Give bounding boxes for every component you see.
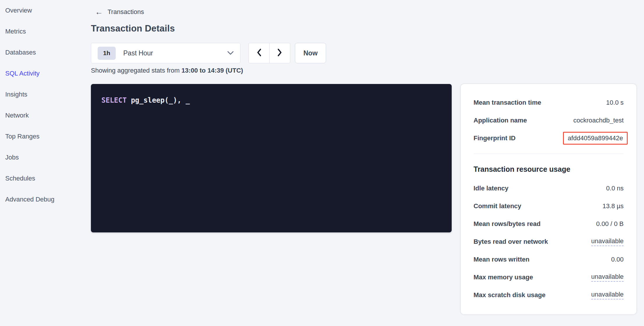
detail-row-mean-rows-bytes-read: Mean rows/bytes read 0.00 / 0 B [474,215,624,233]
time-range-arrow-group [249,43,290,63]
detail-value: 13.8 µs [602,202,624,210]
next-range-button[interactable] [270,43,290,63]
page-title: Transaction Details [91,23,175,34]
sidebar-item-insights[interactable]: Insights [0,84,87,105]
detail-value: 10.0 s [606,99,624,106]
detail-value: cockroachdb_test [573,117,624,124]
detail-row-bytes-read-over-network: Bytes read over network unavailable [474,233,624,250]
sidebar-item-network[interactable]: Network [0,105,87,126]
detail-label: Application name [474,117,527,124]
transaction-details-card: Mean transaction time 10.0 s Application… [461,84,636,314]
aggregated-stats-text: Showing aggregated stats from 13:00 to 1… [91,67,243,74]
card-divider [474,154,624,154]
detail-label: Max scratch disk usage [474,291,546,299]
resource-usage-section-title: Transaction resource usage [474,165,624,174]
interval-badge: 1h [98,47,116,60]
back-arrow-icon[interactable]: ← [95,8,103,16]
sidebar-nav: Overview Metrics Databases SQL Activity … [0,0,87,210]
detail-row-fingerprint-id: Fingerprint ID afdd4059a899442e [474,129,624,147]
detail-label: Mean rows written [474,256,529,263]
stats-range: 13:00 to 14:39 (UTC) [182,67,243,74]
chevron-down-icon [227,51,234,55]
sidebar-item-jobs[interactable]: Jobs [0,147,87,168]
detail-row-max-memory-usage: Max memory usage unavailable [474,268,624,286]
unavailable-tooltip-value[interactable]: unavailable [591,237,624,246]
sidebar-item-sql-activity[interactable]: SQL Activity [0,63,87,84]
breadcrumb-transactions-link[interactable]: Transactions [108,8,144,16]
time-range-controls: 1h Past Hour Now [91,43,326,63]
chevron-left-icon [256,48,262,58]
fingerprint-highlight-box: afdd4059a899442e [563,132,628,145]
detail-row-application-name: Application name cockroachdb_test [474,111,624,129]
detail-value: 0.0 ns [606,185,624,192]
resource-rows: Idle latency 0.0 ns Commit latency 13.8 … [474,179,624,304]
detail-row-idle-latency: Idle latency 0.0 ns [474,179,624,197]
time-range-dropdown[interactable]: 1h Past Hour [91,43,240,63]
detail-row-mean-rows-written: Mean rows written 0.00 [474,250,624,268]
detail-label: Max memory usage [474,274,533,281]
sidebar-item-overview[interactable]: Overview [0,0,87,21]
detail-label: Mean transaction time [474,99,541,106]
detail-row-commit-latency: Commit latency 13.8 µs [474,197,624,215]
detail-value: 0.00 [611,256,624,263]
sidebar-item-metrics[interactable]: Metrics [0,21,87,42]
sidebar-item-databases[interactable]: Databases [0,42,87,63]
detail-label: Bytes read over network [474,238,548,246]
detail-label: Fingerprint ID [474,134,515,142]
sidebar-item-schedules[interactable]: Schedules [0,168,87,189]
sql-statement-box: SELECT pg_sleep(_), _ [91,84,452,232]
sql-statement-text: SELECT pg_sleep(_), _ [91,84,452,104]
unavailable-tooltip-value[interactable]: unavailable [591,291,624,299]
stats-prefix: Showing aggregated stats from [91,67,182,74]
chevron-right-icon [277,48,282,58]
summary-rows: Mean transaction time 10.0 s Application… [474,94,624,147]
detail-row-mean-transaction-time: Mean transaction time 10.0 s [474,94,624,111]
unavailable-tooltip-value[interactable]: unavailable [591,273,624,282]
detail-value: 0.00 / 0 B [596,220,624,228]
sql-keyword: SELECT [101,96,127,104]
detail-label: Mean rows/bytes read [474,220,541,228]
breadcrumb: ← Transactions [95,7,144,17]
sidebar-item-top-ranges[interactable]: Top Ranges [0,126,87,147]
fingerprint-id-value: afdd4059a899442e [568,134,623,142]
previous-range-button[interactable] [249,43,270,63]
detail-label: Commit latency [474,202,521,210]
now-button[interactable]: Now [295,43,326,63]
sidebar-item-advanced-debug[interactable]: Advanced Debug [0,189,87,210]
sql-rest: pg_sleep(_), _ [127,96,190,104]
transaction-details-page: Overview Metrics Databases SQL Activity … [0,0,644,326]
detail-label: Idle latency [474,185,508,192]
detail-row-max-scratch-disk-usage: Max scratch disk usage unavailable [474,286,624,304]
selected-range-label: Past Hour [123,49,153,57]
